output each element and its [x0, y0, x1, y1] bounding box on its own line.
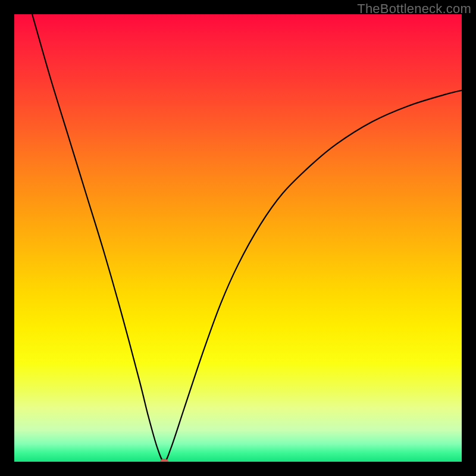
- chart-frame: TheBottleneck.com: [0, 0, 476, 476]
- bottleneck-curve: [32, 14, 462, 462]
- watermark-text: TheBottleneck.com: [357, 1, 471, 17]
- plot-area: [14, 14, 462, 462]
- minimum-marker: [160, 459, 168, 462]
- curve-svg: [14, 14, 462, 462]
